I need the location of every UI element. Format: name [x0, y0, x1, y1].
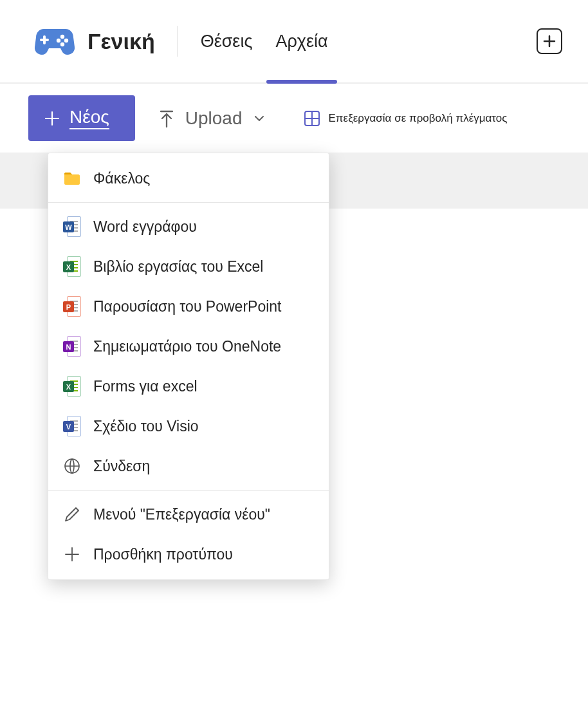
menu-item-word[interactable]: W Word εγγράφου [48, 207, 329, 247]
svg-rect-1 [40, 39, 49, 41]
edit-in-grid-view-label: Επεξεργασία σε προβολή πλέγματος [329, 112, 508, 125]
menu-separator [48, 202, 329, 203]
menu-item-label: Βιβλίο εργασίας του Excel [93, 258, 263, 276]
channel-header: Γενική Θέσεις Αρχεία [0, 0, 588, 84]
word-icon: W [62, 217, 82, 236]
plus-icon [542, 34, 556, 48]
menu-item-label: Word εγγράφου [93, 218, 197, 236]
menu-item-label: Σημειωματάριο του OneNote [93, 338, 281, 355]
menu-item-powerpoint[interactable]: P Παρουσίαση του PowerPoint [48, 286, 329, 326]
add-tab-button[interactable] [537, 28, 562, 54]
edit-in-grid-view-button[interactable]: Επεξεργασία σε προβολή πλέγματος [303, 109, 508, 127]
tab-posts[interactable]: Θέσεις [197, 0, 257, 82]
onenote-icon: N [62, 337, 82, 356]
menu-item-visio[interactable]: V Σχέδιο του Visio [48, 406, 329, 446]
svg-point-2 [60, 35, 64, 39]
tabs: Θέσεις Αρχεία [197, 0, 332, 82]
menu-item-label: Σύνδεση [93, 458, 150, 475]
new-button[interactable]: Νέος [28, 95, 135, 141]
menu-item-label: Μενού "Επεξεργασία νέου" [93, 506, 270, 523]
menu-item-label: Φάκελος [93, 170, 150, 187]
upload-button-label: Upload [185, 108, 243, 129]
forms-excel-icon: X [62, 377, 82, 396]
powerpoint-icon: P [62, 297, 82, 316]
menu-item-excel[interactable]: X Βιβλίο εργασίας του Excel [48, 247, 329, 286]
upload-button[interactable]: Upload [158, 108, 266, 129]
team-avatar [32, 19, 77, 64]
menu-item-label: Σχέδιο του Visio [93, 418, 199, 435]
menu-item-forms-excel[interactable]: X Forms για excel [48, 366, 329, 406]
divider [177, 26, 178, 57]
menu-item-link[interactable]: Σύνδεση [48, 446, 329, 486]
plus-icon [44, 110, 60, 127]
menu-item-onenote[interactable]: N Σημειωματάριο του OneNote [48, 326, 329, 366]
svg-point-4 [60, 42, 64, 46]
menu-item-folder[interactable]: Φάκελος [48, 158, 329, 198]
svg-point-3 [64, 39, 68, 42]
channel-title: Γενική [87, 29, 167, 54]
menu-item-label: Προσθήκη προτύπου [93, 546, 233, 563]
tab-files[interactable]: Αρχεία [271, 0, 331, 82]
grid-icon [303, 109, 321, 127]
upload-icon [158, 109, 175, 128]
edit-icon [62, 505, 82, 524]
visio-icon: V [62, 417, 82, 436]
folder-icon [62, 169, 82, 188]
menu-item-add-template[interactable]: Προσθήκη προτύπου [48, 534, 329, 574]
chevron-down-icon [253, 112, 266, 125]
new-button-label: Νέος [69, 107, 109, 129]
menu-item-label: Παρουσίαση του PowerPoint [93, 298, 281, 315]
excel-icon: X [62, 257, 82, 276]
menu-item-edit-new-menu[interactable]: Μενού "Επεξεργασία νέου" [48, 494, 329, 534]
command-bar: Νέος Upload Επεξεργασία σε προβολή πλέγμ… [0, 84, 588, 153]
add-icon [62, 545, 82, 564]
gamepad-icon [34, 28, 75, 55]
svg-point-5 [57, 39, 60, 42]
menu-item-label: Forms για excel [93, 378, 198, 395]
content-area: Φάκελος W Word εγγράφου X Βιβλίο εργασία… [0, 153, 588, 703]
link-icon [62, 456, 82, 476]
new-dropdown-menu: Φάκελος W Word εγγράφου X Βιβλίο εργασία… [48, 153, 329, 580]
menu-separator [48, 490, 329, 491]
